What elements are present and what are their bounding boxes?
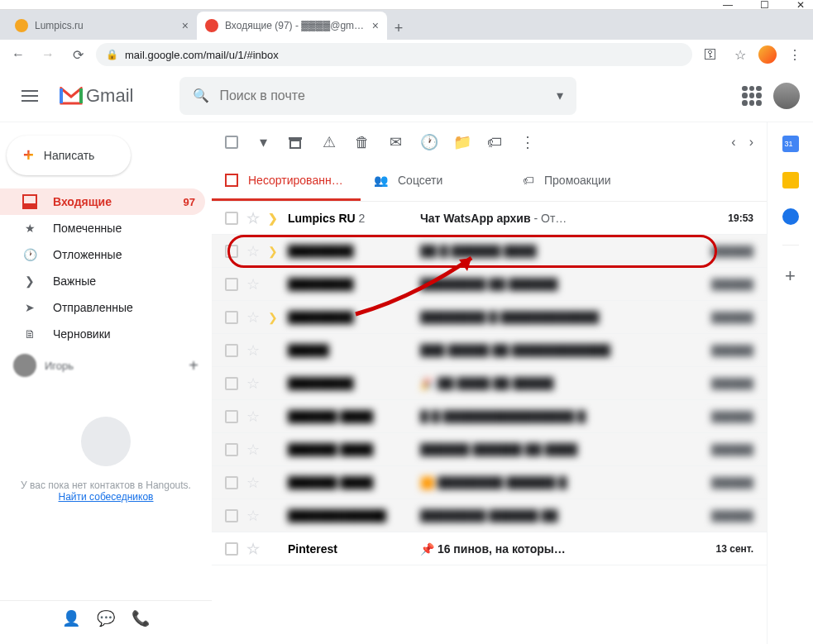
draft-icon: 🗎 <box>22 327 38 341</box>
hangouts-contacts-icon[interactable]: 👤 <box>62 609 80 627</box>
url-field[interactable]: 🔒 mail.google.com/mail/u/1/#inbox <box>96 43 692 66</box>
hangouts-user-row[interactable]: Игорь + <box>0 347 212 384</box>
new-hangout-button[interactable]: + <box>189 356 198 375</box>
window-close-button[interactable]: ✕ <box>795 0 806 11</box>
keep-addon-button[interactable] <box>782 172 799 188</box>
important-icon[interactable]: ❯ <box>268 311 280 324</box>
mail-row[interactable]: ☆ Pinterest 📌 16 пинов, на которы… 13 се… <box>212 532 767 565</box>
browser-menu-button[interactable]: ⋮ <box>783 43 806 66</box>
search-icon: 🔍 <box>193 88 209 103</box>
star-icon[interactable]: ☆ <box>246 209 260 227</box>
mail-checkbox[interactable] <box>225 278 238 291</box>
hangouts-calls-icon[interactable]: 📞 <box>132 609 150 627</box>
search-options-icon[interactable]: ▾ <box>557 88 563 103</box>
gmail-logo[interactable]: Gmail <box>60 85 133 107</box>
mail-checkbox[interactable] <box>225 245 238 258</box>
star-icon[interactable]: ☆ <box>246 275 260 293</box>
window-maximize-button[interactable]: ☐ <box>758 0 770 11</box>
nav-important[interactable]: ❯ Важные <box>0 268 205 294</box>
hangouts-find-link[interactable]: Найти собеседников <box>17 491 195 503</box>
nav-snoozed[interactable]: 🕐 Отложенные <box>0 241 205 268</box>
mail-row[interactable]: ☆ ██████ ████ █ █ ████████████████ █ ███… <box>212 400 767 433</box>
star-icon[interactable]: ☆ <box>246 474 260 492</box>
nav-inbox[interactable]: Входящие 97 <box>0 188 205 215</box>
tab-primary[interactable]: Несортированн… <box>212 162 361 201</box>
report-spam-button[interactable]: ⚠ <box>321 133 337 151</box>
compose-button[interactable]: + Написать <box>7 136 131 175</box>
mail-row[interactable]: ☆ ❯ Lumpics RU 2 Чат WatsApp архив - От…… <box>212 202 767 235</box>
key-icon[interactable]: ⚿ <box>699 43 722 66</box>
archive-button[interactable] <box>288 135 304 150</box>
account-avatar-button[interactable] <box>773 83 800 109</box>
mail-checkbox[interactable] <box>225 344 238 357</box>
mail-row[interactable]: ☆ ❯ ████████ ██ █ ██████ ████ ██████ <box>212 235 767 268</box>
mail-checkbox[interactable] <box>225 476 238 489</box>
tab-close-icon[interactable]: × <box>372 19 379 32</box>
star-icon[interactable]: ☆ <box>246 441 260 459</box>
star-icon[interactable]: ☆ <box>246 408 260 426</box>
svg-rect-2 <box>289 137 302 140</box>
prev-page-button[interactable]: ‹ <box>731 135 735 150</box>
mail-checkbox[interactable] <box>225 377 238 390</box>
delete-button[interactable]: 🗑 <box>354 134 371 151</box>
star-icon[interactable]: ☆ <box>246 341 260 360</box>
mail-checkbox[interactable] <box>225 509 238 522</box>
tab-close-icon[interactable]: × <box>182 19 189 32</box>
mail-row[interactable]: ☆ ██████ ████ 🟧 ████████ ██████ █ ██████ <box>212 466 767 499</box>
nav-starred[interactable]: ★ Помеченные <box>0 215 205 241</box>
browser-tab-lumpics[interactable]: Lumpics.ru × <box>7 12 197 40</box>
star-icon[interactable]: ☆ <box>246 308 260 327</box>
window-minimize-button[interactable]: — <box>722 0 734 11</box>
apps-grid-button[interactable] <box>742 86 762 106</box>
search-box[interactable]: 🔍 ▾ <box>179 77 576 115</box>
mail-row[interactable]: ☆ ████████ ████████ ██ ██████ ██████ <box>212 268 767 301</box>
search-input[interactable] <box>219 88 547 103</box>
back-button[interactable]: ← <box>7 43 30 66</box>
nav-drafts[interactable]: 🗎 Черновики <box>0 321 205 347</box>
main-menu-button[interactable] <box>13 79 46 112</box>
important-icon[interactable]: ❯ <box>268 245 280 258</box>
star-icon[interactable]: ☆ <box>246 540 260 558</box>
svg-rect-4 <box>226 174 237 186</box>
user-avatar-icon <box>13 354 36 377</box>
forward-button[interactable]: → <box>36 43 60 66</box>
mail-checkbox[interactable] <box>225 311 238 324</box>
tasks-addon-button[interactable] <box>782 208 799 225</box>
mail-subject: 🟧 ████████ ██████ █ <box>420 476 703 489</box>
mail-checkbox[interactable] <box>225 542 238 556</box>
mail-row[interactable]: ☆ ████████ 🎉 ██ ████ ██ █████ ██████ <box>212 367 767 400</box>
browser-profile-button[interactable] <box>758 45 777 64</box>
mail-checkbox[interactable] <box>225 410 238 423</box>
select-dropdown-icon[interactable]: ▾ <box>255 133 271 151</box>
star-icon[interactable]: ☆ <box>246 242 260 260</box>
reload-button[interactable]: ⟳ <box>66 43 89 66</box>
mark-read-button[interactable]: ✉ <box>387 133 404 151</box>
next-page-button[interactable]: › <box>749 135 753 150</box>
move-to-button[interactable]: 📁 <box>453 133 470 151</box>
star-icon[interactable]: ☆ <box>729 43 752 66</box>
more-button[interactable]: ⋮ <box>519 133 536 151</box>
tab-social[interactable]: 👥 Соцсети <box>361 162 509 201</box>
hangouts-chats-icon[interactable]: 💬 <box>97 609 115 627</box>
nav-sent[interactable]: ➤ Отправленные <box>0 294 205 321</box>
star-icon[interactable]: ☆ <box>246 374 260 393</box>
select-all-checkbox[interactable] <box>225 136 238 149</box>
snooze-button[interactable]: 🕐 <box>420 133 437 151</box>
browser-tab-gmail[interactable]: Входящие (97) - ▓▓▓▓@gmai… × <box>197 12 387 40</box>
labels-button[interactable]: 🏷 <box>486 134 503 151</box>
mail-row[interactable]: ☆ █████ ███ █████ ██ ████████████ ██████ <box>212 334 767 367</box>
mail-row[interactable]: ☆ ██████ ████ ██████ ██████ ██ ████ ████… <box>212 433 767 466</box>
new-tab-button[interactable]: + <box>387 17 410 40</box>
mail-row[interactable]: ☆ ❯ ████████ ████████ █ ████████████ ███… <box>212 301 767 334</box>
mail-row[interactable]: ☆ ████████████ ████████ ██████ ██ ██████ <box>212 499 767 532</box>
tab-promotions[interactable]: 🏷 Промоакции <box>509 162 658 201</box>
important-icon[interactable]: ❯ <box>268 212 280 225</box>
tab-strip: Lumpics.ru × Входящие (97) - ▓▓▓▓@gmai… … <box>0 10 813 40</box>
mail-sender: ████████ <box>288 245 412 258</box>
star-icon[interactable]: ☆ <box>246 507 260 525</box>
get-addons-button[interactable]: + <box>785 265 796 287</box>
mail-checkbox[interactable] <box>225 212 238 225</box>
favicon-icon <box>205 19 218 32</box>
mail-checkbox[interactable] <box>225 443 238 456</box>
calendar-addon-button[interactable] <box>782 136 799 152</box>
